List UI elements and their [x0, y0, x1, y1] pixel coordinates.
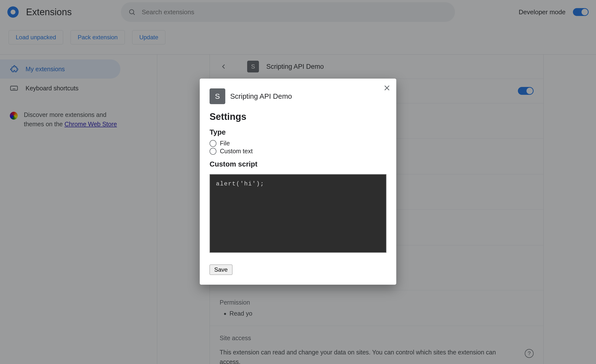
radio-custom-text[interactable]: Custom text: [210, 148, 386, 155]
modal-overlay[interactable]: S Scripting API Demo Settings Type File …: [0, 0, 596, 364]
radio-label: File: [220, 140, 230, 147]
radio-file[interactable]: File: [210, 140, 386, 147]
settings-dialog: S Scripting API Demo Settings Type File …: [200, 79, 396, 285]
dialog-extension-badge: S: [210, 88, 225, 104]
close-icon[interactable]: [383, 84, 391, 92]
dialog-extension-name: Scripting API Demo: [230, 92, 292, 100]
radio-icon: [210, 148, 216, 155]
type-heading: Type: [210, 128, 386, 136]
custom-script-textarea[interactable]: [210, 174, 386, 253]
radio-icon: [210, 140, 216, 147]
save-button[interactable]: Save: [210, 265, 232, 275]
custom-script-heading: Custom script: [210, 160, 386, 168]
settings-heading: Settings: [210, 112, 386, 122]
radio-label: Custom text: [220, 148, 253, 155]
